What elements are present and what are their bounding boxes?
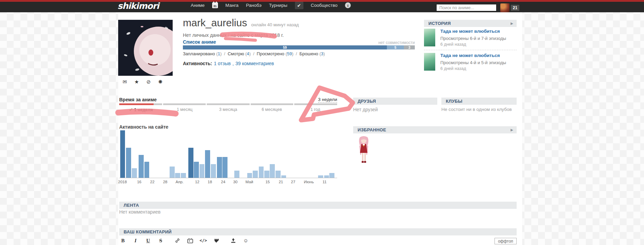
chart-bar[interactable] — [188, 148, 193, 178]
x-tick-label: 28 — [163, 180, 168, 184]
chart-bar[interactable] — [200, 164, 205, 178]
calendar-icon[interactable]: 31 — [212, 2, 218, 8]
range-6-months[interactable]: 6 месяцев — [262, 107, 282, 112]
nav-ranobe[interactable]: Ранобэ — [246, 3, 262, 8]
chart-bar[interactable] — [234, 171, 239, 178]
calendar-day: 31 — [213, 4, 217, 8]
nav-manga[interactable]: Манга — [225, 3, 239, 8]
chart-bar[interactable] — [181, 173, 186, 178]
user-avatar-small[interactable] — [500, 3, 509, 12]
username: mark_aurelius — [183, 17, 247, 29]
history-item-title[interactable]: Тада не может влюбиться — [440, 29, 500, 34]
history-title: ИСТОРИЯ — [428, 21, 451, 26]
compatibility-label: нет совместимости — [333, 40, 415, 45]
offtopic-button[interactable]: оффтоп — [494, 238, 517, 244]
ban-icon[interactable]: ✺ — [158, 79, 163, 85]
reviews-link[interactable]: 1 отзыв — [214, 61, 231, 66]
chart-bar[interactable] — [264, 171, 269, 178]
online-status: онлайн 40 минут назад — [251, 22, 299, 27]
username-row: mark_aurelius онлайн 40 минут назад — [183, 17, 299, 29]
clubs-empty: Не состоит ни в одном из клубов — [441, 107, 512, 112]
history-thumbnail[interactable] — [424, 53, 435, 71]
category-planned[interactable]: Запланировано (1) — [183, 51, 222, 56]
underline-button[interactable]: U — [145, 237, 151, 244]
activity-chart — [119, 130, 337, 178]
chart-bar[interactable] — [324, 175, 329, 178]
chevron-right-icon[interactable]: ▶ — [511, 21, 513, 25]
comment-header: ВАШ КОММЕНТАРИЙ — [119, 228, 517, 235]
chart-bar[interactable] — [276, 171, 281, 178]
chart-bar[interactable] — [247, 173, 252, 178]
italic-button[interactable]: I — [132, 237, 139, 244]
chart-bar[interactable] — [217, 157, 222, 178]
history-thumbnail[interactable] — [424, 29, 435, 46]
chart-bar[interactable] — [259, 167, 264, 178]
add-friend-star-icon[interactable]: ★ — [135, 79, 139, 85]
search-input[interactable] — [436, 4, 497, 11]
chart-bar[interactable] — [175, 173, 180, 178]
friends-header: ДРУЗЬЯ — [353, 98, 437, 105]
link-icon[interactable] — [174, 237, 180, 244]
progress-planned-watching[interactable]: 5 — [387, 45, 404, 49]
chart-bar[interactable] — [253, 171, 258, 178]
chart-bar[interactable] — [126, 148, 131, 178]
range-1-month[interactable]: 1 месяц — [177, 107, 192, 112]
chart-bar[interactable] — [211, 164, 216, 178]
category-dropped[interactable]: Брошено (3) — [299, 51, 325, 56]
favorite-character-image[interactable] — [356, 136, 372, 163]
x-tick-label: 22 — [150, 180, 155, 184]
nav-anime[interactable]: Аниме — [191, 3, 205, 8]
chart-bar[interactable] — [318, 175, 323, 178]
info-icon[interactable]: i — [345, 2, 351, 8]
track-segment[interactable] — [119, 103, 162, 105]
chart-bar[interactable] — [144, 162, 150, 178]
progress-completed[interactable]: 59 — [183, 45, 387, 49]
category-watching[interactable]: Смотрю (4) — [227, 51, 251, 56]
track-segment[interactable] — [294, 103, 337, 105]
strike-button[interactable]: S — [158, 237, 164, 244]
nav-community[interactable]: Сообщество — [311, 3, 337, 8]
comments-link[interactable]: 39 комментариев — [235, 61, 274, 66]
chart-bar[interactable] — [205, 150, 210, 178]
message-icon[interactable]: ✉ — [123, 79, 127, 85]
range-1-year[interactable]: 1 год — [311, 107, 320, 112]
range-1-week[interactable]: ✔1 неделя — [129, 107, 153, 112]
track-segment[interactable] — [207, 103, 250, 105]
history-item-title[interactable]: Тада не может влюбиться — [440, 53, 500, 58]
image-icon[interactable] — [187, 237, 193, 244]
chart-bar[interactable] — [139, 155, 144, 178]
time-slider-labels: ✔1 неделя 1 месяц 3 месяца 6 месяцев 1 г… — [119, 107, 337, 113]
chart-bar[interactable] — [132, 168, 137, 178]
site-logo[interactable]: shikimori — [117, 1, 159, 11]
code-button[interactable]: </> — [200, 237, 207, 244]
chart-bar[interactable] — [222, 157, 227, 178]
check-icon[interactable]: ✔ — [295, 2, 303, 9]
bold-button[interactable]: B — [120, 237, 126, 244]
ignore-eye-icon[interactable]: ⊘ — [146, 79, 151, 85]
spoiler-icon[interactable] — [214, 237, 220, 244]
range-3-months[interactable]: 3 месяца — [219, 107, 237, 112]
chart-bar[interactable] — [329, 173, 334, 178]
chart-bar[interactable] — [281, 175, 286, 178]
nav-tournaments[interactable]: Турниры — [269, 3, 287, 8]
x-tick-label: 11 — [323, 180, 327, 184]
smiley-icon[interactable]: ☺ — [243, 237, 249, 244]
history-item-subtitle: Просмотрены 6-й и 7-й эпизоды — [440, 36, 506, 41]
track-segment[interactable] — [251, 103, 294, 105]
upload-icon[interactable] — [230, 237, 236, 244]
progress-dropped[interactable]: 3 — [404, 45, 415, 49]
friends-empty: Нет друзей — [353, 107, 378, 112]
notification-badge[interactable]: 21 — [511, 5, 519, 11]
anime-list-link[interactable]: Список аниме — [183, 39, 216, 45]
chart-bar[interactable] — [194, 162, 199, 178]
chart-bar[interactable] — [270, 164, 275, 178]
chevron-right-icon[interactable]: ▶ — [511, 128, 513, 132]
comment-toolbar: B I U S </> ☺ — [120, 237, 249, 244]
x-tick-label: Июнь — [304, 180, 314, 184]
selected-range-link[interactable]: 3 недели — [318, 97, 337, 103]
chart-bar[interactable] — [170, 167, 175, 178]
chart-bar[interactable] — [120, 130, 125, 178]
profile-avatar[interactable] — [118, 20, 173, 76]
track-segment[interactable] — [163, 103, 206, 105]
category-completed[interactable]: Просмотрено (59) — [257, 51, 294, 56]
